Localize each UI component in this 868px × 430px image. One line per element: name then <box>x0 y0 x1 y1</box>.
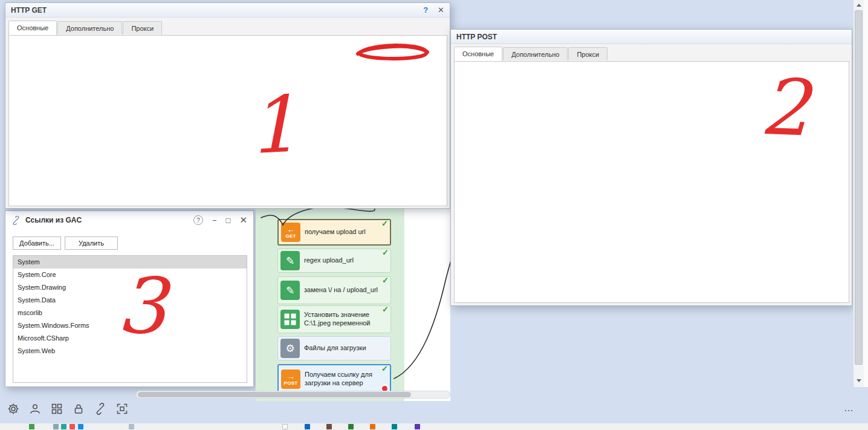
taskbar-item[interactable] <box>326 424 332 429</box>
list-item[interactable]: System.Drawing <box>13 281 247 294</box>
taskbar-strip <box>0 423 868 430</box>
fit-screen-icon[interactable] <box>115 402 129 416</box>
taskbar-item[interactable] <box>415 424 420 429</box>
desktop: ← GET получаем upload url ✓ ✎ regex uplo… <box>0 0 868 430</box>
gac-assembly-list: System System.Core System.Drawing System… <box>13 255 247 383</box>
gac-window: Ссылки из GAC ? − □ ✕ Добавить... Удалит… <box>5 210 254 387</box>
help-icon[interactable]: ? <box>423 5 428 15</box>
gac-window-title: Ссылки из GAC <box>25 216 82 224</box>
taskbar-item[interactable] <box>305 424 310 429</box>
right-edge-strip <box>864 0 868 387</box>
http-post-window-title: HTTP POST <box>456 33 497 41</box>
list-item[interactable]: System <box>13 256 247 269</box>
success-check-icon: ✓ <box>381 219 388 228</box>
http-get-titlebar[interactable]: HTTP GET ? ✕ <box>5 3 450 18</box>
apps-grid-icon[interactable] <box>50 402 64 416</box>
success-check-icon: ✓ <box>382 276 389 285</box>
gac-add-button[interactable]: Добавить... <box>13 236 61 250</box>
scroll-down-button[interactable] <box>853 376 864 386</box>
close-icon[interactable]: ✕ <box>438 5 444 15</box>
list-item[interactable]: Microsoft.CSharp <box>13 332 247 345</box>
vertical-scrollbar[interactable] <box>853 0 864 387</box>
lock-icon[interactable] <box>71 402 86 416</box>
tab-proksi[interactable]: Прокси <box>568 47 607 60</box>
taskbar-item[interactable] <box>129 424 134 429</box>
pencil-icon: ✎ <box>280 281 300 300</box>
list-item[interactable]: System.Data <box>13 294 247 307</box>
tab-osnovnye[interactable]: Основные <box>8 21 57 35</box>
tab-dopolnitelno[interactable]: Дополнительно <box>503 47 568 60</box>
http-get-icon: ← GET <box>281 223 300 242</box>
taskbar-item[interactable] <box>392 424 397 429</box>
flow-block-http-get[interactable]: ← GET получаем upload url ✓ <box>277 219 391 246</box>
link-icon[interactable] <box>93 402 108 416</box>
arrow-left-icon: ← <box>287 226 295 233</box>
flow-block-http-post[interactable]: → POST Получаем ссылку для загрузки на с… <box>277 364 391 394</box>
taskbar-item[interactable] <box>348 424 354 429</box>
list-item[interactable]: mscorlib <box>13 307 247 319</box>
horizontal-scrollbar[interactable] <box>136 391 450 399</box>
flow-block-replace[interactable]: ✎ замена \/ на / upload_url ✓ <box>277 276 391 304</box>
taskbar-item[interactable] <box>53 424 59 429</box>
flow-block-regex[interactable]: ✎ regex upload_url ✓ <box>277 249 391 273</box>
http-post-icon: → POST <box>281 370 300 389</box>
taskbar-item[interactable] <box>282 424 288 429</box>
block-label: Получаем ссылку для загрузки на сервер <box>305 371 386 388</box>
link-icon <box>11 216 21 225</box>
block-label: Файлы для загрузки <box>304 344 366 353</box>
success-check-icon: ✓ <box>382 248 389 257</box>
http-get-window-title: HTTP GET <box>11 6 47 15</box>
taskbar-item[interactable] <box>29 424 34 429</box>
vertical-scrollbar-thumb[interactable] <box>855 10 863 365</box>
block-label: замена \/ на / upload_url <box>304 286 378 295</box>
settings-gear-icon[interactable] <box>6 402 21 416</box>
http-post-titlebar[interactable]: HTTP POST <box>451 30 852 44</box>
gear-icon: ⚙ <box>280 339 300 358</box>
minimize-icon[interactable]: − <box>212 216 217 225</box>
gac-remove-button[interactable]: Удалить <box>65 236 118 250</box>
maximize-icon[interactable]: □ <box>226 216 231 225</box>
success-check-icon: ✓ <box>381 364 388 373</box>
pencil-icon: ✎ <box>280 251 300 270</box>
tab-proksi[interactable]: Прокси <box>123 21 162 34</box>
bottom-toolbar <box>6 402 129 416</box>
user-icon[interactable] <box>28 402 42 416</box>
block-label: получаем upload url <box>305 228 366 236</box>
overflow-menu[interactable]: … <box>844 403 853 414</box>
help-icon[interactable]: ? <box>193 215 203 225</box>
list-item[interactable]: System.Web <box>13 345 247 357</box>
taskbar-item[interactable] <box>70 424 75 429</box>
close-icon[interactable]: ✕ <box>239 215 247 226</box>
success-check-icon: ✓ <box>382 305 389 314</box>
list-item[interactable]: System.Windows.Forms <box>13 319 247 332</box>
http-post-window: HTTP POST Основные Дополнительно Прокси … <box>450 29 852 306</box>
taskbar-item[interactable] <box>61 424 66 429</box>
gac-titlebar[interactable]: Ссылки из GAC ? − □ ✕ <box>5 211 253 229</box>
horizontal-scrollbar-thumb[interactable] <box>138 392 411 397</box>
taskbar-item[interactable] <box>370 424 375 429</box>
tab-dopolnitelno[interactable]: Дополнительно <box>57 21 122 34</box>
block-label: Установить значение C:\1.jpeg переменной <box>304 311 387 328</box>
scroll-up-button[interactable] <box>853 0 864 10</box>
arrow-right-icon: → <box>287 373 295 380</box>
flow-block-files[interactable]: ⚙ Файлы для загрузки <box>277 336 391 360</box>
tab-osnovnye[interactable]: Основные <box>454 47 502 61</box>
flow-block-set-value[interactable]: Установить значение C:\1.jpeg переменной… <box>277 305 391 333</box>
list-item[interactable]: System.Core <box>13 269 247 281</box>
http-get-window: HTTP GET ? ✕ Основные Дополнительно Прок… <box>5 2 450 209</box>
grid-icon <box>280 310 300 329</box>
taskbar-item[interactable] <box>78 424 83 429</box>
flow-canvas[interactable]: ← GET получаем upload url ✓ ✎ regex uplo… <box>256 209 450 401</box>
block-label: regex upload_url <box>304 256 354 265</box>
